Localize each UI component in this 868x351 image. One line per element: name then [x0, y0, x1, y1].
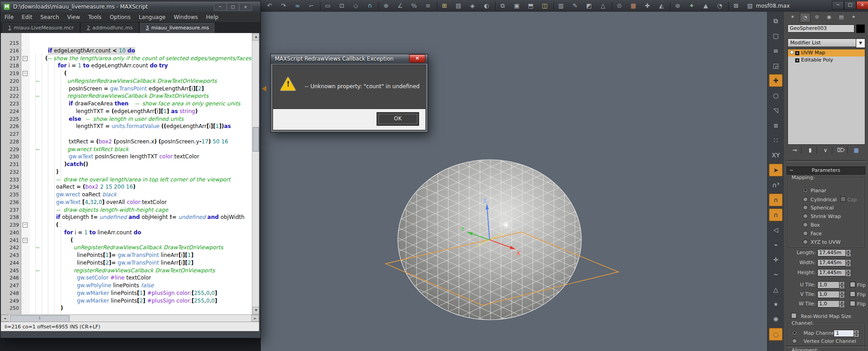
toolbar-icon[interactable]: ⊡: [336, 1, 347, 10]
map-channel-spinner[interactable]: ▲ ▼: [854, 330, 859, 337]
editor-tab-3[interactable]: 3 miauu_livemeasure.ms: [140, 23, 214, 33]
radio-icon[interactable]: [803, 239, 808, 244]
stack-button[interactable]: ▮: [805, 146, 816, 155]
code-editor[interactable]: 215216if edgeLengthArr.count < 10 do217−…: [1, 33, 259, 314]
menu-help[interactable]: Help: [202, 12, 222, 20]
side-toolbar-icon[interactable]: ◌: [769, 328, 783, 341]
code-line[interactable]: 240for i = 1 to lineArr.count do: [1, 229, 259, 237]
code-line[interactable]: 227: [1, 130, 259, 138]
code-line[interactable]: 230gw.wText posInScreen lengthTXT color:…: [1, 153, 259, 161]
minimize-button[interactable]: ─: [832, 1, 844, 9]
toolbar-icon[interactable]: ◈: [467, 1, 478, 10]
fold-icon[interactable]: −: [23, 71, 28, 76]
vertical-scrollbar-thumb[interactable]: [253, 127, 259, 152]
code-line[interactable]: 233-- draw the overall length/area in to…: [1, 176, 259, 184]
toolbar-icon[interactable]: ⧉: [497, 1, 508, 10]
code-line[interactable]: 224lengthTXT = (edgeLengthArr[i][1] as s…: [1, 108, 259, 115]
panel-tab[interactable]: ▤: [836, 13, 846, 22]
spinner-down-icon[interactable]: ▼: [839, 294, 845, 299]
code-line[interactable]: 223if drawFaceArea then-- show face area…: [1, 100, 259, 108]
ok-button[interactable]: OK: [377, 112, 419, 126]
toolbar-icon[interactable]: ∠: [395, 1, 406, 10]
vertical-scrollbar[interactable]: ▲ ▼: [252, 33, 259, 314]
code-line[interactable]: 229--gw.wrect txtRect black: [1, 146, 259, 153]
stack-button[interactable]: ⊸: [789, 146, 800, 155]
side-toolbar-icon[interactable]: ◹: [769, 104, 783, 117]
code-line[interactable]: 237-- draw objects length-width-height c…: [1, 206, 259, 214]
toolbar-icon[interactable]: ⊙: [614, 1, 625, 10]
toolbar-icon[interactable]: ▥: [556, 1, 566, 10]
toolbar-icon[interactable]: ↶: [264, 1, 275, 10]
toolbar-icon[interactable]: ▣: [511, 1, 522, 10]
panel-tab[interactable]: ◉: [824, 13, 834, 22]
spinner-down-icon[interactable]: ▼: [854, 333, 859, 337]
toolbar-icon[interactable]: ∩: [364, 1, 375, 10]
code-line[interactable]: 248gw.wMarker linePoints[1] #plusSign co…: [1, 289, 259, 297]
tile-field[interactable]: 1,0: [817, 300, 840, 308]
code-line[interactable]: 226lengthTXT = units.formatValue ((edgeL…: [1, 123, 259, 130]
toolbar-icon[interactable]: ≡: [423, 1, 434, 10]
expand-icon[interactable]: +: [795, 51, 799, 55]
mapping-option-face[interactable]: Face: [803, 231, 822, 237]
chevron-down-icon[interactable]: ▼: [856, 38, 865, 48]
modifier-stack-row[interactable]: +Editable Poly: [788, 57, 865, 64]
spinner-down-icon[interactable]: ▼: [839, 285, 845, 289]
code-line[interactable]: 232): [1, 168, 259, 176]
fold-icon[interactable]: −: [23, 56, 28, 61]
toolbar-icon[interactable]: ⬒: [525, 1, 536, 10]
code-line[interactable]: 241−(: [1, 237, 259, 244]
editor-tab-1[interactable]: 1 miauu-LiveMeasure.mcr: [3, 23, 79, 33]
radio-icon[interactable]: [803, 213, 808, 218]
flip-checkbox[interactable]: [850, 282, 855, 287]
panel-tab[interactable]: ✦: [849, 13, 859, 22]
editor-minimize-button[interactable]: ─: [214, 3, 226, 11]
code-line[interactable]: 250): [1, 304, 259, 312]
spinner-field[interactable]: 17,445m: [817, 259, 846, 266]
horizontal-scrollbar[interactable]: ◄ ⦀ ►: [1, 314, 259, 322]
side-toolbar-icon[interactable]: ⌁: [769, 238, 783, 251]
toolbar-icon[interactable]: ✦: [686, 1, 697, 10]
visibility-bulb-icon[interactable]: [790, 50, 794, 54]
stack-button[interactable]: ▦: [851, 146, 862, 155]
modifier-stack-row[interactable]: +UVW Map: [788, 49, 865, 57]
map-channel-row[interactable]: Map Channel:: [792, 330, 838, 337]
side-toolbar-icon[interactable]: ∩³: [769, 179, 783, 191]
code-line[interactable]: 245--registerRedrawViewsCallback DrawTex…: [1, 267, 259, 275]
code-line[interactable]: 225else-- show length in user defined un…: [1, 115, 259, 123]
side-toolbar-icon[interactable]: ❋: [769, 313, 783, 326]
side-toolbar-icon[interactable]: ○: [769, 89, 783, 102]
editor-title-bar[interactable]: M D:\downloads\miauu_livemeasure.ms - MA…: [0, 1, 260, 12]
code-line[interactable]: 215: [1, 39, 259, 47]
side-toolbar-icon[interactable]: ∩: [769, 194, 783, 206]
tile-field[interactable]: 1,0: [817, 291, 840, 298]
toolbar-icon[interactable]: ▭: [322, 1, 333, 10]
radio-icon[interactable]: [803, 197, 808, 202]
tile-field[interactable]: 1,0: [817, 281, 840, 289]
side-toolbar-icon[interactable]: ➤: [769, 164, 783, 176]
side-toolbar-icon[interactable]: ✛: [769, 253, 783, 266]
toolbar-icon[interactable]: ⌐: [306, 1, 317, 10]
object-color-swatch[interactable]: [856, 24, 865, 33]
panel-tab[interactable]: ⊘: [812, 13, 822, 22]
radio-icon[interactable]: [803, 188, 808, 193]
radio-icon[interactable]: [803, 205, 808, 210]
side-toolbar-icon[interactable]: XY: [769, 149, 783, 161]
toolbar-icon[interactable]: ▦: [628, 1, 639, 10]
toolbar-icon[interactable]: ◔: [714, 1, 725, 10]
toolbar-icon[interactable]: ◭: [656, 1, 667, 10]
map-channel-radio[interactable]: [792, 330, 797, 335]
toolbar-icon[interactable]: △: [598, 1, 609, 10]
scroll-up-icon[interactable]: ▲: [252, 33, 259, 41]
code-line[interactable]: 231)catch(): [1, 161, 259, 168]
scroll-down-icon[interactable]: ▼: [252, 307, 259, 314]
code-line[interactable]: 236gw.wText [4,32,0] overAll color:textC…: [1, 199, 259, 206]
code-line[interactable]: 247gw.wPolyline linePoints false: [1, 282, 259, 289]
menu-file[interactable]: File: [0, 12, 18, 20]
side-toolbar-icon[interactable]: ~: [769, 268, 783, 281]
code-line[interactable]: 244linePoints[2]= gw.wTransPoint lineArr…: [1, 259, 259, 267]
panel-tab[interactable]: ✶: [788, 13, 797, 22]
toolbar-icon[interactable]: ⊞: [439, 1, 450, 10]
mapping-option-cylindrical[interactable]: Cylindrical Cap: [803, 196, 857, 203]
radio-icon[interactable]: [803, 222, 808, 227]
fold-icon[interactable]: −: [23, 223, 28, 228]
